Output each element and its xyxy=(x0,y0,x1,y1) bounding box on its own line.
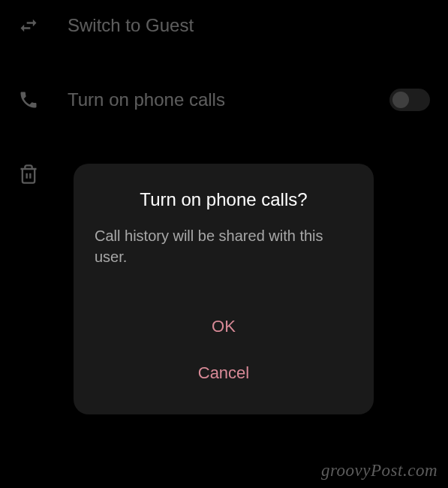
trash-icon xyxy=(18,164,39,185)
list-item-label: Turn on phone calls xyxy=(68,89,361,110)
ok-button[interactable]: OK xyxy=(95,303,353,350)
watermark: groovyPost.com xyxy=(321,461,437,480)
phone-icon xyxy=(18,89,39,110)
dialog-title: Turn on phone calls? xyxy=(95,189,353,210)
cancel-button[interactable]: Cancel xyxy=(95,350,353,396)
dialog-message: Call history will be shared with this us… xyxy=(95,225,353,267)
phone-calls-toggle[interactable] xyxy=(389,89,430,111)
confirmation-dialog: Turn on phone calls? Call history will b… xyxy=(74,164,374,414)
switch-to-guest-item[interactable]: Switch to Guest xyxy=(0,0,448,51)
swap-icon xyxy=(18,15,39,36)
list-item-label: Switch to Guest xyxy=(68,15,430,36)
turn-on-phone-calls-item[interactable]: Turn on phone calls xyxy=(0,74,448,126)
